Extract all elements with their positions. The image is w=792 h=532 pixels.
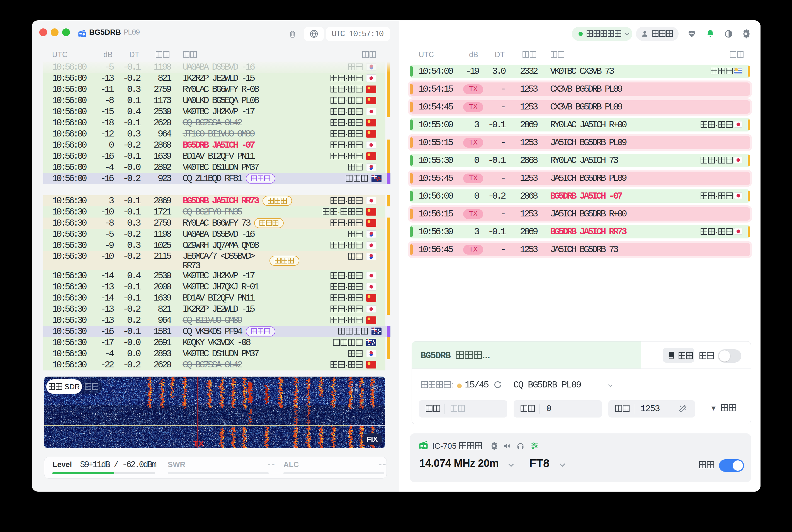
svg-text:TX: TX [194, 439, 204, 448]
